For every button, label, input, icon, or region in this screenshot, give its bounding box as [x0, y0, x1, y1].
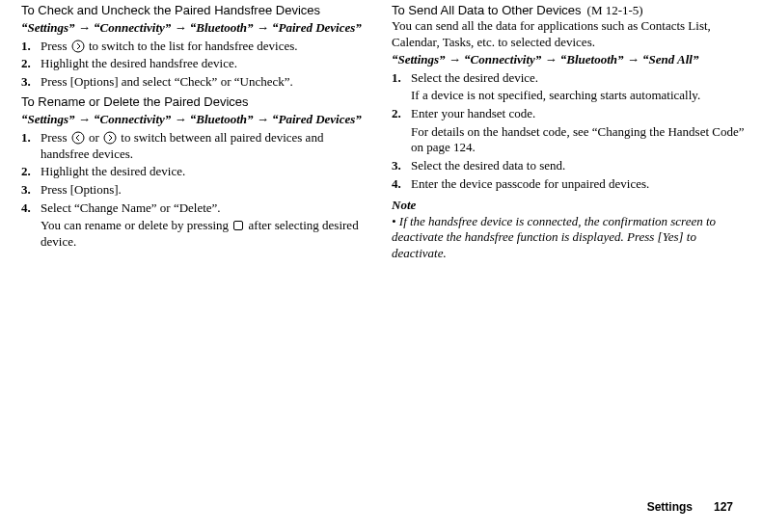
step-text: Enter the device passcode for unpaired d…	[411, 176, 745, 193]
footer-section: Settings	[647, 500, 693, 514]
step-item: 2. Highlight the desired handsfree devic…	[21, 56, 374, 72]
step-number: 2.	[392, 106, 411, 122]
step-number: 2.	[21, 56, 41, 72]
step-number: 2.	[21, 164, 41, 180]
page-footer: Settings127	[647, 500, 733, 515]
step-item: 4. Enter the device passcode for unpaire…	[392, 176, 745, 193]
step-text: Highlight the desired handsfree device.	[41, 56, 374, 72]
step-item: 2. Enter your handset code. For details …	[392, 106, 745, 156]
step-number: 1.	[21, 39, 41, 55]
step-extra: You can rename or delete by pressing aft…	[41, 218, 374, 250]
step-text: Press or to switch between all paired de…	[41, 130, 374, 162]
right-column: To Send All Data to Other Devices(M 12-1…	[392, 4, 745, 262]
menu-reference: (M 12-1-5)	[587, 3, 643, 17]
step-item: 3. Select the desired data to send.	[392, 158, 745, 174]
svg-point-0	[72, 40, 84, 52]
svg-rect-3	[234, 222, 243, 230]
intro-text: You can send all the data for applicatio…	[392, 18, 745, 50]
section-title: To Send All Data to Other Devices(M 12-1…	[392, 4, 745, 18]
step-number: 1.	[21, 130, 41, 146]
step-item: 1. Select the desired device. If a devic…	[392, 70, 745, 104]
step-item: 2. Highlight the desired device.	[21, 164, 374, 180]
step-item: 3. Press [Options] and select “Check” or…	[21, 74, 374, 91]
left-column: To Check and Uncheck the Paired Handsfre…	[21, 4, 374, 262]
step-number: 4.	[21, 200, 41, 217]
step-item: 3. Press [Options].	[21, 182, 374, 199]
step-number: 1.	[392, 70, 411, 87]
step-extra: If a device is not specified, searching …	[411, 88, 745, 104]
navigation-path: “Settings” → “Connectivity” → “Bluetooth…	[21, 112, 374, 128]
svg-point-1	[72, 132, 84, 144]
step-text: Press [Options] and select “Check” or “U…	[41, 74, 374, 91]
section-title: To Rename or Delete the Paired Devices	[21, 95, 374, 110]
step-number: 3.	[21, 182, 41, 199]
step-list: 1. Press or to switch between all paired…	[21, 130, 374, 250]
nav-right-icon	[103, 131, 117, 145]
note-label: Note	[392, 198, 745, 214]
navigation-path: “Settings” → “Connectivity” → “Bluetooth…	[392, 52, 745, 68]
step-text: Enter your handset code. For details on …	[411, 106, 745, 156]
step-list: 1. Press to switch to the list for hands…	[21, 39, 374, 91]
step-list: 1. Select the desired device. If a devic…	[392, 70, 745, 192]
step-number: 3.	[21, 74, 41, 91]
step-text: Press to switch to the list for handsfre…	[41, 39, 374, 55]
page-number: 127	[714, 500, 733, 514]
step-text: Select the desired data to send.	[411, 158, 745, 174]
nav-center-icon	[232, 219, 244, 232]
step-number: 3.	[392, 158, 411, 174]
nav-right-icon	[71, 40, 85, 53]
step-text: Select the desired device. If a device i…	[411, 70, 745, 104]
step-extra: For details on the handset code, see “Ch…	[411, 124, 745, 156]
step-item: 4. Select “Change Name” or “Delete”. You…	[21, 200, 374, 251]
nav-left-icon	[71, 131, 85, 145]
svg-point-2	[104, 132, 116, 144]
navigation-path: “Settings” → “Connectivity” → “Bluetooth…	[21, 20, 374, 37]
page-content: To Check and Uncheck the Paired Handsfre…	[0, 0, 762, 262]
note-text: • If the handsfree device is connected, …	[392, 214, 745, 262]
step-item: 1. Press or to switch between all paired…	[21, 130, 374, 162]
step-text: Highlight the desired device.	[41, 164, 374, 180]
section-title: To Check and Uncheck the Paired Handsfre…	[21, 4, 374, 18]
step-number: 4.	[392, 176, 411, 193]
step-item: 1. Press to switch to the list for hands…	[21, 39, 374, 55]
step-text: Press [Options].	[41, 182, 374, 199]
step-text: Select “Change Name” or “Delete”. You ca…	[41, 200, 374, 251]
